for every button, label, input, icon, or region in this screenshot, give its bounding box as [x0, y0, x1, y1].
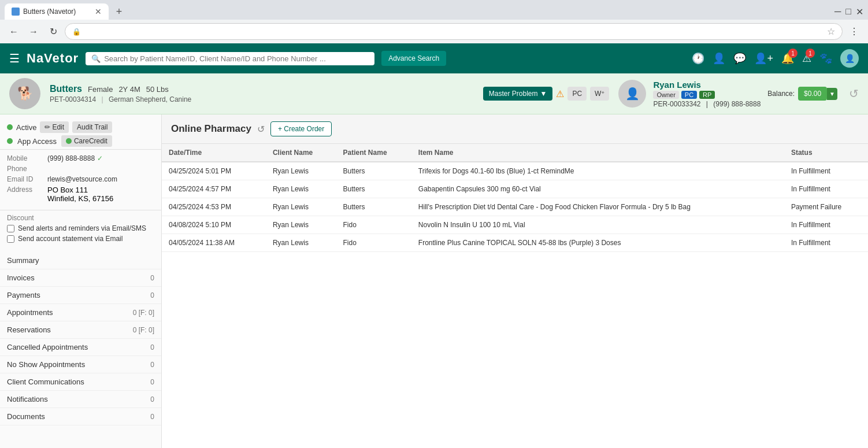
sidebar-item[interactable]: No Show Appointments 0	[0, 356, 161, 373]
create-order-button[interactable]: + Create Order	[270, 121, 332, 136]
sidebar-item[interactable]: Notifications 0	[0, 391, 161, 408]
client-name: Ryan Lewis	[653, 80, 761, 90]
sidebar-item[interactable]: Payments 0	[0, 287, 161, 304]
cell-patient: Butters	[336, 198, 411, 216]
nav-item-count: 0	[150, 395, 154, 403]
table-header-row: Date/Time Client Name Patient Name Item …	[162, 144, 868, 162]
minimize-button[interactable]: ─	[834, 6, 841, 17]
balance-button[interactable]: $0.00	[798, 87, 827, 101]
rp-tag: RP	[699, 91, 715, 99]
hamburger-menu-button[interactable]: ☰	[9, 51, 20, 65]
cell-item: Frontline Plus Canine TOPICAL SOLN 45-88…	[411, 234, 784, 252]
browser-nav-icons: ⋮	[846, 24, 862, 40]
header-search-bar[interactable]: 🔍	[86, 52, 374, 65]
paw-icon[interactable]: 🐾	[819, 52, 832, 65]
messages-icon[interactable]: 💬	[733, 52, 746, 65]
table-row: 04/08/2024 5:10 PM Ryan Lewis Fido Novol…	[162, 216, 868, 234]
cell-status: Payment Failure	[784, 198, 868, 216]
w-button[interactable]: W⁺	[590, 87, 609, 101]
alert-badge: 1	[806, 49, 815, 58]
active-status-label: Active	[16, 123, 36, 132]
patient-avatar: 🐕	[9, 78, 40, 109]
close-window-button[interactable]: ✕	[856, 6, 863, 17]
nav-item-label: Client Communications	[7, 377, 84, 386]
sidebar-item[interactable]: Appointments 0 [F: 0]	[0, 304, 161, 321]
sidebar-item[interactable]: Reservations 0 [F: 0]	[0, 321, 161, 339]
lock-icon: 🔒	[72, 28, 81, 36]
sidebar-item[interactable]: Documents 0	[0, 408, 161, 425]
address-label: Address	[7, 186, 47, 203]
add-user-icon[interactable]: 👤+	[754, 52, 773, 65]
nav-item-count: 0 [F: 0]	[133, 309, 154, 317]
search-icon: 🔍	[91, 54, 101, 63]
alerts-checkbox-row: Send alerts and reminders via Email/SMS	[7, 224, 154, 232]
warning-icon[interactable]: ⚠	[556, 88, 564, 99]
active-tab[interactable]: Butters (Navetor) ✕	[5, 3, 109, 20]
carecredit-button[interactable]: CareCredit	[61, 135, 112, 147]
cell-patient: Butters	[336, 180, 411, 198]
phone-label: Phone	[7, 165, 47, 173]
nav-item-label: Cancelled Appointments	[7, 343, 88, 351]
patient-id-row: PET-00034314 | German Shepherd, Canine	[50, 95, 474, 103]
nav-item-count: 0	[150, 361, 154, 369]
cell-status: In Fulfillment	[784, 180, 868, 198]
tab-close-button[interactable]: ✕	[95, 7, 102, 16]
extensions-button[interactable]: ⋮	[846, 24, 862, 40]
statement-checkbox-row: Send account statement via Email	[7, 235, 154, 243]
statement-checkbox-label: Send account statement via Email	[18, 235, 123, 243]
address-bar[interactable]: 🔒 staging1.navetor.com/ClientProfile/Pro…	[65, 23, 843, 40]
email-row: Email ID rlewis@vetsource.com	[7, 175, 154, 183]
pharmacy-title: Online Pharmacy	[171, 123, 251, 135]
alerts-icon[interactable]: ⚠ 1	[802, 52, 811, 65]
balance-dropdown-button[interactable]: ▼	[827, 88, 837, 100]
reload-button[interactable]: ↻	[45, 24, 61, 40]
sidebar-item[interactable]: Invoices 0	[0, 269, 161, 287]
user-avatar[interactable]: 👤	[840, 49, 859, 68]
refresh-patient-icon[interactable]: ↺	[849, 87, 859, 101]
alerts-checkbox[interactable]	[7, 225, 14, 232]
pc-tag: PC	[681, 91, 697, 99]
pharmacy-refresh-icon[interactable]: ↺	[257, 124, 265, 135]
audit-trail-button[interactable]: Audit Trail	[72, 121, 112, 133]
mobile-verified-icon: ✓	[97, 154, 103, 162]
sidebar-item[interactable]: Summary	[0, 252, 161, 269]
nav-item-label: Invoices	[7, 273, 35, 282]
cell-client: Ryan Lewis	[266, 234, 336, 252]
dropdown-icon: ▼	[540, 90, 547, 98]
tab-bar: Butters (Navetor) ✕ + ─ □ ✕	[0, 0, 868, 20]
table-row: 04/25/2024 4:57 PM Ryan Lewis Butters Ga…	[162, 180, 868, 198]
statement-checkbox[interactable]	[7, 235, 14, 243]
discount-title: Discount	[7, 214, 154, 222]
pencil-icon: ✏	[44, 123, 50, 131]
notification-badge: 1	[788, 49, 797, 58]
nav-item-label: Summary	[7, 256, 39, 265]
cell-status: In Fulfillment	[784, 216, 868, 234]
table-header: Date/Time Client Name Patient Name Item …	[162, 144, 868, 162]
cell-item: Gabapentin Capsules 300 mg 60-ct Vial	[411, 180, 784, 198]
edit-button[interactable]: ✏ Edit	[40, 121, 69, 133]
master-problem-button[interactable]: Master Problem ▼	[483, 87, 553, 101]
patient-actions: Master Problem ▼ ⚠ PC W⁺	[483, 87, 610, 101]
client-avatar: 👤	[618, 80, 646, 108]
url-input[interactable]: staging1.navetor.com/ClientProfile/Profi…	[84, 28, 824, 36]
r-plus-button[interactable]: PC	[567, 87, 587, 101]
bookmark-icon[interactable]: ☆	[827, 26, 835, 37]
patient-header: 🐕 Butters Female 2Y 4M 50 Lbs PET-000343…	[0, 73, 868, 114]
tab-title: Butters (Navetor)	[23, 8, 76, 16]
maximize-button[interactable]: □	[845, 6, 851, 17]
forward-button[interactable]: →	[25, 24, 42, 40]
sidebar-item[interactable]: Cancelled Appointments 0	[0, 339, 161, 356]
nav-item-count: 0	[150, 274, 154, 282]
patient-age: 2Y 4M	[118, 85, 140, 94]
cell-patient: Fido	[336, 216, 411, 234]
search-patient-icon[interactable]: 👤	[713, 52, 725, 65]
phone-row: Phone	[7, 165, 154, 173]
notifications-bell-icon[interactable]: 🔔 1	[781, 52, 794, 65]
history-icon[interactable]: 🕐	[692, 52, 704, 65]
back-button[interactable]: ←	[6, 24, 22, 40]
advance-search-button[interactable]: Advance Search	[381, 51, 446, 66]
new-tab-button[interactable]: +	[111, 3, 127, 20]
sidebar-nav-list: Summary Invoices 0Payments 0Appointments…	[0, 252, 161, 425]
sidebar-item[interactable]: Client Communications 0	[0, 373, 161, 391]
search-input[interactable]	[104, 54, 369, 63]
